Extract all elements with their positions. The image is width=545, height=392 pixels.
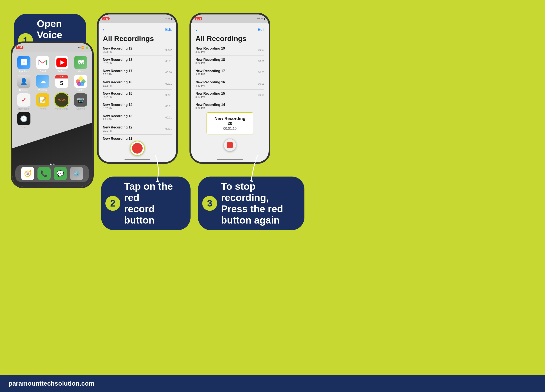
recording-15-dur: 00:01 xyxy=(165,94,172,96)
phone3-edit-btn[interactable]: Edit xyxy=(258,27,264,32)
p3-recording-16-time: 3:32 PM xyxy=(195,84,225,87)
recording-14-time: 3:32 PM xyxy=(103,107,132,110)
app-youtube[interactable]: YouTube xyxy=(53,56,70,72)
dock-messages[interactable]: 💬 xyxy=(54,167,67,180)
battery-icon: 🔋 xyxy=(85,46,89,49)
contacts-label: Contacts xyxy=(19,89,28,91)
recording-19-dur: 00:02 xyxy=(165,48,172,51)
phone2-record-btn-container xyxy=(130,141,145,156)
recording-17-name: New Recording 17 xyxy=(103,69,132,73)
app-calendar[interactable]: TUE 5 xyxy=(53,75,70,91)
phone2-record-button[interactable] xyxy=(130,141,145,156)
recording-item-18[interactable]: New Recording 183:32 PM 00:01 xyxy=(103,56,172,67)
recording-13-dur: 00:01 xyxy=(165,116,172,119)
p3-recording-17-time: 3:32 PM xyxy=(195,73,225,76)
gmail-label: Gmail xyxy=(40,70,46,72)
app-maps[interactable]: 🗺 Maps xyxy=(72,56,89,72)
footer-bar: paramounttechsolution.com xyxy=(0,375,545,392)
app-voice-memo[interactable]: Voice Memo xyxy=(53,93,70,110)
p3-recording-19-time: 3:33 PM xyxy=(195,50,225,53)
recording-16-time: 3:32 PM xyxy=(103,84,132,87)
recording-item-19[interactable]: New Recording 193:33 PM 00:02 xyxy=(103,44,172,56)
phone2-statusbar: 3:33 ▪▪▪ ≋ ▮ xyxy=(99,14,176,23)
recording-item-14[interactable]: New Recording 143:32 PM 00:01 xyxy=(103,101,172,112)
recording-18-time: 3:32 PM xyxy=(103,62,132,65)
camera-label: Camera xyxy=(76,107,85,110)
photos-label: Photos xyxy=(77,89,84,91)
p3-recording-15-dur: 00:01 xyxy=(258,94,264,96)
recording-13-name: New Recording 13 xyxy=(103,114,132,118)
youtube-label: YouTube xyxy=(57,70,66,72)
dock-phone[interactable]: 📞 xyxy=(37,167,51,180)
p3-recording-item-15[interactable]: New Recording 153:32 PM 00:01 xyxy=(195,90,264,101)
phone2-record-inner xyxy=(132,143,143,154)
app-store-label: App Store xyxy=(19,70,29,72)
phone3-statusbar: 3:33 ▪▪▪ ≋ ▮ xyxy=(191,14,269,23)
p3-recording-item-18[interactable]: New Recording 183:32 PM 00:01 xyxy=(195,56,264,67)
phone2-back-btn[interactable]: ‹ xyxy=(103,27,104,32)
svg-point-11 xyxy=(80,82,84,86)
p3-recording-item-19[interactable]: New Recording 193:33 PM 00:02 xyxy=(195,44,264,56)
p3-recording-item-16[interactable]: New Recording 163:32 PM 00:01 xyxy=(195,78,264,90)
gmail-icon xyxy=(36,56,50,69)
phone3-back-btn[interactable]: ‹ xyxy=(195,27,197,32)
p3-recording-16-name: New Recording 16 xyxy=(195,80,225,84)
recording-item-12[interactable]: New Recording 123:31 PM 00:01 xyxy=(103,123,172,135)
phone2-status-icons: ▪▪▪ ≋ ▮ xyxy=(165,17,173,20)
svg-rect-2 xyxy=(38,60,39,65)
recording-item-15[interactable]: New Recording 153:32 PM 00:01 xyxy=(103,90,172,101)
phone-3: 3:33 ▪▪▪ ≋ ▮ ‹ Edit All Recordings New R… xyxy=(189,13,270,164)
photos-icon xyxy=(74,75,87,88)
phone3-status-icons: ▪▪▪ ≋ ▮ xyxy=(257,17,265,20)
recording-13-time: 3:32 PM xyxy=(103,118,132,121)
p3-recording-18-time: 3:32 PM xyxy=(195,62,225,65)
app-clock[interactable]: 🕐 Clock xyxy=(15,112,32,129)
recording-18-dur: 00:01 xyxy=(165,60,172,63)
p3-recording-16-dur: 00:01 xyxy=(258,82,264,85)
recording-item-17[interactable]: New Recording 173:32 PM 00:00 xyxy=(103,67,172,78)
step-2-text: Tap on the redrecord button xyxy=(124,181,182,226)
phone3-new-recording-name: New Recording 20 xyxy=(213,116,247,126)
app-contacts[interactable]: 👤 Contacts xyxy=(15,75,32,91)
dock-settings[interactable]: ⚙️ xyxy=(70,167,83,180)
dock-safari[interactable]: 🧭 xyxy=(21,167,34,180)
p3-recording-19-name: New Recording 19 xyxy=(195,47,225,50)
contacts-icon: 👤 xyxy=(17,75,31,88)
app-notes[interactable]: 📝 Notes xyxy=(34,93,51,110)
p3-recording-17-name: New Recording 17 xyxy=(195,69,225,73)
maps-icon: 🗺 xyxy=(74,56,87,69)
reminders-icon: ✓ xyxy=(17,93,31,107)
app-camera[interactable]: 📷 Camera xyxy=(72,93,89,110)
app-gmail[interactable]: Gmail xyxy=(34,56,51,72)
signal-icon: ▪▪▪ xyxy=(78,46,81,49)
phone2-edit-btn[interactable]: Edit xyxy=(165,27,172,32)
step-2-badge: 2 Tap on the redrecord button xyxy=(101,176,191,230)
step-3-badge: 3 To stop recording,Press the redbutton … xyxy=(198,176,304,230)
phone3-home-bar xyxy=(217,159,243,160)
calendar-day-label: TUE xyxy=(55,75,68,78)
phone3-stop-button[interactable] xyxy=(223,139,236,151)
reminders-label: Reminders xyxy=(18,107,29,110)
phone3-stop-inner xyxy=(227,142,233,148)
phone-2: 3:33 ▪▪▪ ≋ ▮ ‹ Edit All Recordings New R… xyxy=(97,13,178,164)
recording-12-dur: 00:01 xyxy=(165,127,172,130)
recording-15-name: New Recording 15 xyxy=(103,92,132,96)
clock-icon: 🕐 xyxy=(17,112,31,125)
app-app-store[interactable]: 🅰 App Store xyxy=(15,56,32,72)
recording-item-16[interactable]: New Recording 163:32 PM 00:01 xyxy=(103,78,172,90)
p3-recording-item-14[interactable]: New Recording 143:32 PM xyxy=(195,101,264,112)
recording-item-13[interactable]: New Recording 133:32 PM 00:01 xyxy=(103,112,172,123)
p3-recording-item-17[interactable]: New Recording 173:32 PM 00:00 xyxy=(195,67,264,78)
phone2-nav: ‹ Edit xyxy=(103,25,172,33)
recording-14-dur: 00:01 xyxy=(165,105,172,108)
app-reminders[interactable]: ✓ Reminders xyxy=(15,93,32,110)
app-photos[interactable]: Photos xyxy=(72,75,89,91)
app-weather[interactable]: ☁ Weather xyxy=(34,75,51,91)
recording-14-name: New Recording 14 xyxy=(103,103,132,107)
calendar-icon: TUE 5 xyxy=(55,75,68,88)
phone-1: 3:33 ▪▪▪ 📶 🔋 🅰 App Store xyxy=(11,42,94,188)
notes-icon: 📝 xyxy=(36,93,50,107)
weather-label: Weather xyxy=(38,89,47,91)
youtube-icon xyxy=(55,56,68,69)
phone3-time: 3:33 xyxy=(195,17,202,20)
